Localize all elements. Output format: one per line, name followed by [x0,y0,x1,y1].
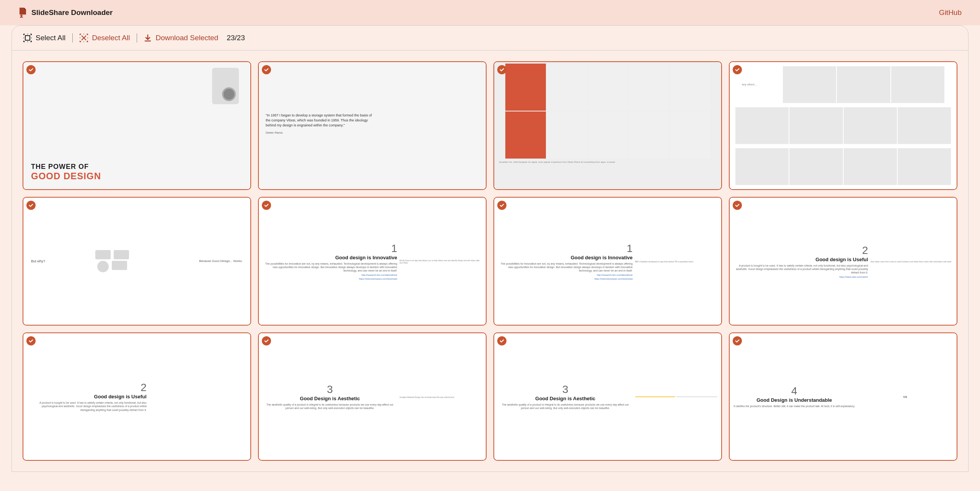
slide-text: 1 [627,242,633,255]
slide-text: Because Good Design... Works. [179,259,243,263]
slide-text: 3 [562,383,568,396]
toolbar-divider [137,33,137,43]
slide-checkbox[interactable] [733,65,742,74]
slide-card[interactable]: Jonathan Ive, chief designer for apple, … [493,61,722,190]
slide-thumbnail: 2 Good design is Useful A product is bou… [730,198,957,325]
slide-text: Uber helps users find a ride at untold l… [871,260,953,263]
slide-grid: THE POWER OF GOOD DESIGN "In 1957 I bega… [12,51,968,471]
download-selected-button[interactable]: Download Selected [144,34,218,42]
slide-text: Good Design is Understandable [756,397,832,403]
slide-card[interactable]: 2 Good design is Useful A product is bou… [729,197,957,326]
slide-text: "In 1957 I began to develop a storage sy… [266,113,377,128]
slide-text: Good Design is Aesthetic [300,396,360,401]
slide-card[interactable]: 3 Good Design is Aesthetic The aesthetic… [493,332,722,461]
download-selected-label: Download Selected [155,34,218,42]
slide-text: 2 [862,244,868,257]
slide-card[interactable]: "In 1957 I began to develop a storage sy… [258,61,487,190]
slide-thumbnail: 2 Good design is Useful A product is bou… [23,333,250,460]
slide-text: Good design is Useful [94,394,147,399]
slide-checkbox[interactable] [262,201,271,210]
slide-text: The possibilities for innovation are not… [263,262,397,272]
slide-thumbnail: 4 Good Design is Understandable It clari… [730,333,957,460]
slide-checkbox[interactable] [26,65,36,74]
selection-counter: 23/23 [227,34,245,42]
select-all-icon [23,34,32,42]
download-icon [144,34,152,42]
slide-text: It clarifies the product's structure. Be… [733,404,855,408]
slide-text: 2 [140,381,147,394]
slide-text: Good design is Innovative [335,255,397,260]
slide-card[interactable]: 1 Good design is Innovative The possibil… [258,197,487,326]
slide-checkbox[interactable] [26,201,36,210]
slide-card[interactable]: THE POWER OF GOOD DESIGN [23,61,251,190]
slide-text: But why? [31,259,45,263]
toolbar: Select All Deselect All Download Selecte… [12,26,968,51]
slide-thumbnail: Jonathan Ive, chief designer for apple, … [494,62,721,189]
slide-thumbnail: 1 Good design is Innovative The possibil… [259,198,486,325]
slide-text: http://research.ibm.com/labs/africa/ [361,274,397,276]
svg-rect-0 [25,36,30,40]
slide-checkbox[interactable] [262,65,271,74]
github-link[interactable]: GitHub [939,8,962,17]
slide-text: Dieter Rams [266,131,377,135]
slide-checkbox[interactable] [26,336,36,345]
slide-checkbox[interactable] [497,65,506,74]
slide-text: The aesthetic quality of a product is in… [263,403,397,410]
slide-text: Good Design is Aesthetic [535,396,595,401]
slide-text: THE POWER OF [31,163,89,171]
slide-text: 1 [391,242,397,255]
deselect-all-label: Deselect All [92,34,130,42]
slide-text: A product is bought to be used. It has t… [733,264,868,274]
slide-checkbox[interactable] [733,336,742,345]
select-all-label: Select All [36,34,65,42]
slide-thumbnail: 3 Good Design is Aesthetic The aesthetic… [259,333,486,460]
slide-text: VS [902,394,909,399]
slide-text: A product is bought to be used. It has t… [27,401,147,411]
slide-text: GOOD DESIGN [31,171,101,182]
slide-text: https://www.bemyeyes.com/download [595,278,633,280]
slide-text: 3 [327,383,333,396]
toolbar-divider [72,33,73,43]
app-header: SlideShare Downloader GitHub [0,0,980,25]
slide-thumbnail: "In 1957 I began to develop a storage sy… [259,62,486,189]
header-left: SlideShare Downloader [18,8,113,18]
slide-text: https://www.uber.com/za/en/ [840,276,868,278]
slide-thumbnail: any others... [730,62,957,189]
slide-thumbnail: 3 Good Design is Aesthetic The aesthetic… [494,333,721,460]
deselect-all-icon [80,34,88,42]
slide-text: The aesthetic quality of a product is in… [498,403,633,410]
slide-checkbox[interactable] [497,201,506,210]
slide-checkbox[interactable] [262,336,271,345]
slide-text: Googles Material Design has revolutionis… [400,396,482,398]
slide-card[interactable]: any others... [729,61,957,190]
slide-checkbox[interactable] [497,336,506,345]
slide-text: any others... [742,83,782,86]
slide-text: Jonathan Ive, chief designer for apple, … [496,159,720,165]
app-logo-icon [18,8,27,18]
deselect-all-button[interactable]: Deselect All [80,34,130,42]
slide-card[interactable]: 2 Good design is Useful A product is bou… [23,332,251,461]
slide-card[interactable]: 3 Good Design is Aesthetic The aesthetic… [258,332,487,461]
slide-card[interactable]: 1 Good design is Innovative The possibil… [493,197,722,326]
slide-text: Good design is Useful [815,257,868,262]
main-panel: Select All Deselect All Download Selecte… [11,25,969,472]
slide-thumbnail: 1 Good design is Innovative The possibil… [494,198,721,325]
select-all-button[interactable]: Select All [23,34,65,42]
slide-text: The possibilities for innovation are not… [498,262,633,272]
slide-text: 4 [791,385,797,397]
app-title: SlideShare Downloader [31,8,113,17]
slide-text: IBM's Datalabs developed an app that tra… [635,260,717,263]
slide-text: Good design is Innovative [571,255,633,260]
slide-text: https://www.bemyeyes.com/download [359,278,397,280]
slide-thumbnail: But why? Because Good Design... Works. [23,198,250,325]
slide-text: http://research.ibm.com/labs/africa/ [597,274,632,276]
slide-card[interactable]: 4 Good Design is Understandable It clari… [729,332,957,461]
slide-card[interactable]: But why? Because Good Design... Works. [23,197,251,326]
slide-thumbnail: THE POWER OF GOOD DESIGN [23,62,250,189]
slide-text: Be My Eyes is an app that allows you to … [400,259,482,264]
slide-checkbox[interactable] [733,201,742,210]
